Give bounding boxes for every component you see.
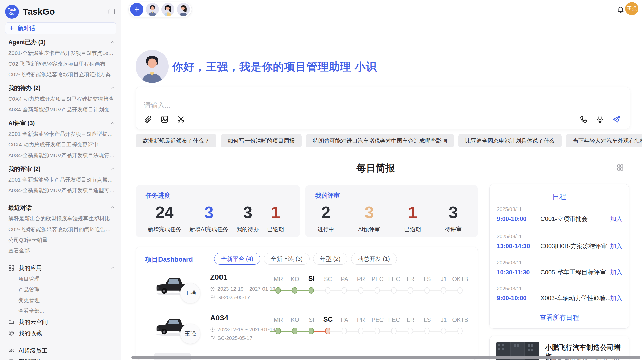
- section-header-my-todo[interactable]: 我的待办 (2): [0, 82, 121, 94]
- project-code: Z001: [210, 273, 227, 281]
- attachment-icon[interactable]: [143, 114, 153, 124]
- section-header-ai-review[interactable]: AI评审 (3): [0, 117, 121, 129]
- project-dates: 2023-12-19 ~ 2026-01-19: [217, 327, 275, 333]
- milestone-label: J1: [435, 317, 452, 323]
- divider: [497, 230, 622, 230]
- logo-text-bottom: Go: [9, 12, 15, 16]
- section-header-my-review[interactable]: 我的评审 (2): [0, 163, 121, 174]
- user-avatar[interactable]: 王强: [625, 2, 638, 15]
- dashboard-tab[interactable]: 全新上装 (3): [264, 253, 310, 265]
- milestone-node: [309, 287, 314, 294]
- schedule-time: 13:00-14:30: [497, 243, 540, 250]
- milestone-timeline: MRKOSISCPAPRPECFECLRLSJ1OKTB: [270, 312, 469, 340]
- join-meeting-link[interactable]: 加入: [610, 294, 622, 302]
- sidebar-task-item[interactable]: C0X4-动力总成开发项目工程变更评审: [0, 139, 121, 150]
- sidebar-task-item[interactable]: A034-全新新能源MUV产品开发项目法规符合性评审: [0, 150, 121, 161]
- project-row[interactable]: 王强 A034 2023-12-19 ~ 2026-01-19 SC-2025-…: [136, 312, 478, 350]
- logo-text-top: Task: [8, 8, 16, 12]
- suggestion-chip[interactable]: 比亚迪全固态电池计划具体说了什么: [458, 134, 562, 147]
- suggestion-chip[interactable]: 欧洲新规最近颁布了什么？: [136, 134, 216, 147]
- stat-item: 24 新增完成任务: [148, 203, 181, 233]
- suggestion-chip[interactable]: 当下年轻人对汽车外观有怎样的喜好趋势: [566, 134, 642, 147]
- milestone-label: PEC: [369, 317, 386, 323]
- my-review-card: 我的评审 2 进行中 3 AI预评审 1 已逾期 3 待评审: [305, 185, 478, 237]
- milestone-node: [441, 287, 446, 294]
- agent-avatar-female-2[interactable]: [177, 3, 190, 16]
- agent-avatar-male[interactable]: [146, 3, 159, 16]
- dashboard-tab[interactable]: 年型 (2): [313, 253, 347, 265]
- sidebar-task-item[interactable]: A034-全新新能源MUV产品开发项目计划变更表编写: [0, 104, 121, 115]
- stat-value: 24: [148, 203, 181, 222]
- notifications-bell-icon[interactable]: [616, 5, 625, 14]
- join-meeting-link[interactable]: 加入: [610, 215, 622, 223]
- dashboard-tab[interactable]: 全新平台 (4): [214, 253, 260, 265]
- voice-call-icon[interactable]: [579, 114, 589, 124]
- sidebar-task-item[interactable]: C02-飞腾新能源轻客改款项目立项汇报方案: [0, 69, 121, 80]
- stat-label: 进行中: [317, 226, 334, 233]
- sidebar-item-help-me-write[interactable]: 帮我写作: [0, 356, 121, 360]
- project-flag-milestone: SI-2025-05-17: [217, 295, 250, 301]
- sidebar-task-item[interactable]: Z001-全新燃油轻卡产品开发项目SI造型提交物评审: [0, 129, 121, 139]
- send-icon[interactable]: [611, 114, 621, 124]
- stat-item: 3 AI预评审: [358, 203, 380, 233]
- sidebar-item-ai-super-staff[interactable]: AI超级员工: [0, 345, 121, 356]
- stat-item: 3 待评审: [445, 203, 462, 233]
- sidebar-item-my-apps[interactable]: 我的应用: [0, 262, 121, 274]
- collapse-sidebar-icon[interactable]: [107, 7, 116, 16]
- recent-chat-item[interactable]: 公司Q3轻卡销量: [0, 235, 121, 245]
- milestone-label: LS: [419, 276, 435, 283]
- sidebar-task-item[interactable]: Z001-全新燃油皮卡产品开发项目SI节点Lesson Learn报告: [0, 48, 121, 58]
- greeting-text: 你好，王强，我是你的项目管理助理 小识: [172, 59, 377, 74]
- sidebar-task-item[interactable]: C02-飞腾新能源轻客改款项目里程碑画布: [0, 58, 121, 69]
- milestone-label: MR: [270, 317, 287, 323]
- sidebar-task-item[interactable]: A034-全新新能源MUV产品开发项目造型可行性评审: [0, 185, 121, 196]
- milestone-label: LS: [419, 317, 435, 323]
- recent-chat-item[interactable]: 解释最新出台的欧盟报废车法规再生塑料比例被调至15%...: [0, 213, 121, 224]
- app-item[interactable]: 产品管理: [0, 284, 121, 295]
- sidebar-task-item[interactable]: C0X4-动力总成开发项目SI里程碑提交物检查: [0, 94, 121, 104]
- join-meeting-link[interactable]: 加入: [610, 242, 622, 250]
- divider: [0, 259, 121, 259]
- join-meeting-link[interactable]: 加入: [610, 268, 622, 276]
- section-header-agent-done[interactable]: Agent已办 (3): [0, 37, 121, 48]
- milestone-label: SI: [303, 317, 320, 323]
- section-header-recent-chats[interactable]: 最近对话: [0, 202, 121, 213]
- dashboard-tab[interactable]: 动总开发 (1): [351, 253, 397, 265]
- stat-item: 1 已逾期: [404, 203, 421, 233]
- stat-item: 3 新增AI完成任务: [189, 203, 228, 233]
- stat-value: 3: [237, 203, 259, 222]
- app-item[interactable]: 查看全部...: [0, 306, 121, 316]
- image-upload-icon[interactable]: [160, 114, 169, 124]
- plus-icon: [134, 6, 140, 13]
- sidebar-item-cloud-space[interactable]: 我的云空间: [0, 316, 121, 327]
- schedule-title: 日程: [490, 192, 629, 201]
- view-all-schedule-link[interactable]: 查看所有日程: [490, 313, 629, 322]
- add-agent-button[interactable]: [130, 3, 143, 16]
- stat-label: 我的待办: [237, 226, 259, 233]
- agent-avatar-female-1[interactable]: [161, 3, 174, 16]
- milestone-label: PA: [336, 317, 353, 323]
- horizontal-scrollbar[interactable]: [131, 356, 640, 359]
- recent-chat-item[interactable]: C02-飞腾新能源轻客改款项目的闭环通告反馈情况: [0, 224, 121, 235]
- suggestion-chip[interactable]: 特朗普可能对进口汽车增税会对中国车企造成哪些影响: [306, 134, 454, 147]
- schedule-event-title: C003|H0B-方案冻结评审: [540, 242, 610, 250]
- schedule-date: 2025/03/11: [497, 234, 622, 239]
- milestone-node: [408, 287, 413, 294]
- app-item[interactable]: 变更管理: [0, 295, 121, 306]
- app-item[interactable]: 项目管理: [0, 274, 121, 284]
- sidebar-task-item[interactable]: Z001-全新燃油轻卡产品开发项目SI节点属性5D文件评审: [0, 174, 121, 185]
- screenshot-scissors-icon[interactable]: [176, 114, 186, 124]
- message-composer[interactable]: 请输入...: [136, 87, 630, 129]
- recent-chat-item[interactable]: 查看全部...: [0, 245, 121, 256]
- schedule-time: 9:00-10:00: [497, 295, 540, 302]
- milestone-node: [342, 328, 347, 334]
- new-chat-button[interactable]: 新对话: [5, 22, 116, 34]
- suggestion-chip[interactable]: 如何写一份清晰的项目周报: [221, 134, 302, 147]
- write-doc-icon: [8, 359, 14, 360]
- milestone-label: KO: [287, 317, 303, 323]
- sidebar-item-favorites[interactable]: 我的收藏: [0, 327, 121, 339]
- microphone-icon[interactable]: [595, 114, 605, 124]
- project-row[interactable]: 王强 Z001 2023-12-19 ~ 2027-01-19 SI-2025-…: [136, 271, 478, 309]
- layout-grid-icon[interactable]: [616, 163, 624, 172]
- milestone-label: SC: [320, 316, 336, 323]
